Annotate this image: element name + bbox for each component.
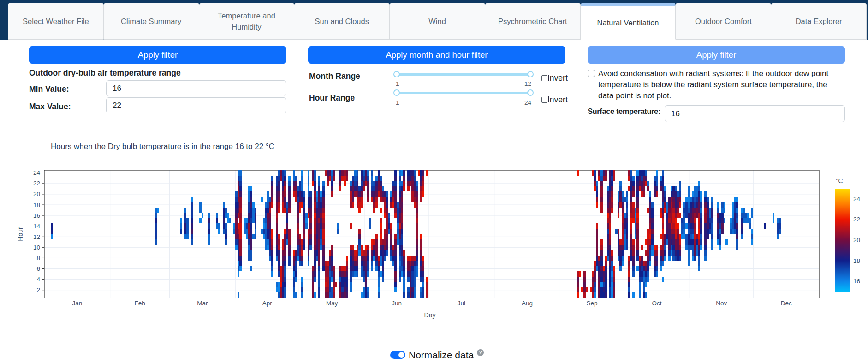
y-tick-label: 10 bbox=[33, 244, 40, 251]
x-tick-label: May bbox=[326, 300, 338, 307]
y-tick-label: 14 bbox=[33, 223, 41, 230]
heatmap-plot-area[interactable] bbox=[44, 170, 819, 298]
y-tick-label: 2 bbox=[36, 286, 40, 293]
x-tick-label: Mar bbox=[197, 300, 208, 307]
normalize-label: Normalize data bbox=[409, 350, 474, 361]
x-tick-label: Dec bbox=[781, 300, 792, 307]
y-tick-label: 24 bbox=[33, 169, 41, 176]
x-axis-title: Day bbox=[424, 311, 436, 319]
y-tick-label: 22 bbox=[33, 180, 40, 187]
y-tick-label: 20 bbox=[33, 190, 40, 197]
colorbar-tick-label: 24 bbox=[853, 196, 861, 202]
y-tick-label: 8 bbox=[36, 255, 40, 262]
x-tick-label: Aug bbox=[522, 300, 533, 307]
x-tick-label: Oct bbox=[652, 300, 661, 307]
x-tick-label: Nov bbox=[716, 300, 727, 307]
y-axis-title: Hour bbox=[17, 227, 24, 241]
x-tick-label: Sep bbox=[586, 300, 597, 307]
colorbar bbox=[835, 189, 850, 292]
normalize-toggle-knob bbox=[398, 352, 404, 358]
y-tick-label: 16 bbox=[33, 212, 40, 219]
y-tick-label: 4 bbox=[36, 276, 40, 283]
x-tick-label: Jul bbox=[458, 300, 465, 307]
colorbar-tick-label: 18 bbox=[853, 257, 860, 264]
help-icon[interactable]: ? bbox=[477, 349, 484, 356]
x-tick-label: Jun bbox=[392, 300, 402, 307]
y-tick-label: 12 bbox=[33, 233, 40, 240]
y-tick-label: 18 bbox=[33, 202, 40, 208]
y-tick-label: 6 bbox=[36, 265, 40, 272]
normalize-toggle[interactable] bbox=[390, 351, 405, 359]
x-tick-label: Apr bbox=[262, 300, 273, 307]
colorbar-tick-label: 22 bbox=[853, 216, 860, 223]
x-tick-label: Feb bbox=[134, 300, 145, 307]
colorbar-tick-label: 16 bbox=[853, 278, 860, 285]
colorbar-title: °C bbox=[836, 177, 843, 184]
x-tick-label: Jan bbox=[72, 300, 82, 307]
colorbar-tick-label: 20 bbox=[853, 237, 860, 244]
